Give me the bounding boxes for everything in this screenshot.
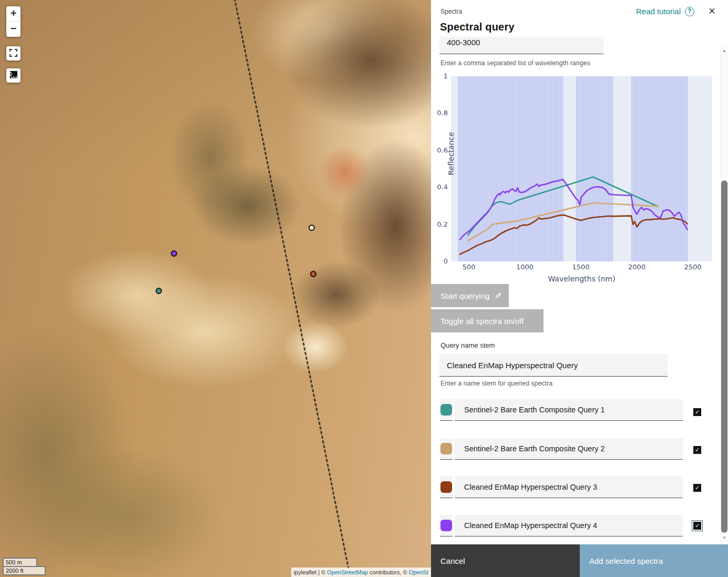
help-icon[interactable]: ? [685, 7, 694, 16]
map-canvas[interactable]: + − 500 m 2000 ft ipyleaflet | © OpenStr… [0, 0, 431, 577]
road-line [233, 0, 350, 574]
swatch-purple [440, 520, 452, 531]
read-tutorial-link[interactable]: Read tutorial [636, 7, 681, 16]
cancel-button[interactable]: Cancel [431, 544, 580, 577]
color-swatch-box [440, 477, 453, 498]
query-name-helper-text: Enter a name stem for queried spectra [440, 380, 552, 387]
page-title: Spectral query [440, 21, 515, 33]
attribution-prefix: ipyleaflet | © [294, 569, 327, 575]
swatch-dark-red [440, 481, 452, 493]
color-swatch-box [440, 399, 453, 421]
toggle-all-spectra-button[interactable]: Toggle all spectra on/off [431, 309, 544, 332]
close-icon[interactable]: × [709, 4, 715, 18]
measure-button[interactable] [6, 68, 20, 83]
spectra-chart[interactable] [451, 76, 712, 261]
pencil-icon: ✎ [495, 291, 501, 301]
query-name-stem-input[interactable] [439, 354, 668, 377]
wavelength-helper-text: Enter a comma separated list of waveleng… [440, 59, 590, 67]
spectrum-checkbox-3[interactable]: ✓ [693, 484, 701, 492]
scale-bar-imperial: 2000 ft [3, 566, 46, 575]
y-axis-title: Reflectance [447, 133, 455, 175]
attribution-middle: contributors, © [368, 569, 409, 575]
panel-eyebrow: Spectra [440, 8, 462, 15]
map-marker-purple[interactable] [171, 250, 177, 257]
panel-scrollbar-thumb[interactable] [721, 180, 727, 533]
ruler-icon [9, 72, 18, 80]
cancel-label: Cancel [440, 556, 465, 565]
fullscreen-icon [9, 49, 17, 58]
zoom-out-button[interactable]: − [6, 22, 20, 37]
spectrum-checkbox-1[interactable]: ✓ [693, 408, 701, 416]
map-attribution: ipyleaflet | © OpenStreetMap contributor… [291, 568, 431, 577]
zoom-in-button[interactable]: + [6, 6, 20, 22]
swatch-teal [440, 404, 452, 416]
add-selected-spectra-label: Add selected spectra [589, 556, 663, 565]
map-marker-red[interactable] [310, 271, 316, 277]
fullscreen-button[interactable] [6, 46, 20, 60]
y-axis-tick-label: 0.6 [431, 146, 448, 154]
x-axis-tick-label: 2000 [621, 263, 653, 271]
add-selected-spectra-button[interactable]: Add selected spectra [580, 544, 728, 577]
start-querying-label: Start querying [440, 291, 489, 300]
wavelength-input-clip [439, 37, 603, 55]
start-querying-button[interactable]: Start querying✎ [431, 284, 509, 307]
y-axis-tick-label: 0.4 [431, 183, 448, 191]
y-axis-tick-label: 1 [431, 72, 448, 80]
spectrum-checkbox-4[interactable]: ✓ [693, 522, 701, 530]
spectrum-name-input-4[interactable] [455, 515, 683, 536]
openstreetmap-link-2[interactable]: OpenSt [409, 569, 428, 575]
query-name-stem-label: Query name stem [440, 341, 495, 349]
spectrum-name-input-2[interactable] [455, 438, 683, 460]
y-axis-tick-label: 0.8 [431, 109, 448, 117]
y-axis-tick-label: 0.2 [431, 220, 448, 228]
x-axis-title: Wavelengths (nm) [451, 275, 712, 283]
scrollbar-down-arrow[interactable]: ▼ [721, 535, 728, 540]
spectrum-checkbox-2[interactable]: ✓ [693, 446, 701, 454]
map-zoom-control: + − [6, 6, 20, 37]
wavelength-ranges-input[interactable] [439, 37, 603, 54]
spectrum-name-input-1[interactable] [455, 399, 683, 421]
x-axis-tick-label: 1000 [509, 263, 541, 271]
map-marker-cream[interactable] [309, 225, 315, 231]
spectral-query-panel: Spectra Spectral query Read tutorial ? ×… [431, 0, 728, 577]
y-axis-tick-label: 0 [431, 257, 448, 265]
x-axis-tick-label: 500 [453, 263, 485, 271]
openstreetmap-link[interactable]: OpenStreetMap [327, 569, 368, 575]
color-swatch-box [440, 515, 453, 536]
swatch-tan [440, 443, 452, 454]
color-swatch-box [440, 438, 453, 460]
toggle-all-label: Toggle all spectra on/off [440, 317, 524, 326]
spectrum-name-input-3[interactable] [455, 477, 683, 498]
x-axis-tick-label: 2500 [677, 263, 709, 271]
scrollbar-up-arrow[interactable]: ▲ [721, 48, 728, 53]
map-marker-teal[interactable] [156, 288, 162, 294]
x-axis-tick-label: 1500 [565, 263, 597, 271]
